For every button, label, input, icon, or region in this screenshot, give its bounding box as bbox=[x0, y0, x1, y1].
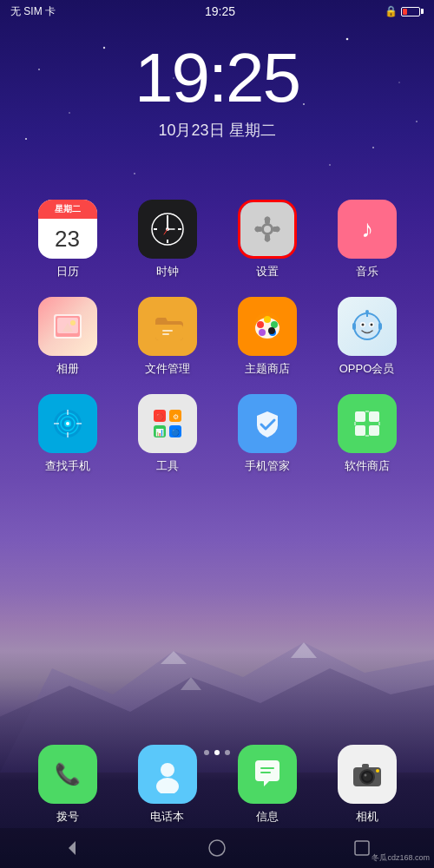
music-icon: ♪ bbox=[338, 200, 397, 259]
contacts-label: 电话本 bbox=[150, 809, 184, 825]
software-label: 软件商店 bbox=[345, 458, 390, 474]
contacts-icon bbox=[138, 745, 197, 804]
svg-point-98 bbox=[364, 774, 366, 777]
svg-point-91 bbox=[156, 778, 179, 793]
photos-icon bbox=[38, 297, 97, 356]
oppo-label: OPPO会员 bbox=[339, 361, 395, 377]
status-bar: 无 SIM 卡 19:25 🔒 bbox=[0, 0, 434, 23]
nav-bar bbox=[0, 828, 434, 868]
svg-rect-81 bbox=[355, 411, 365, 422]
svg-text:📊: 📊 bbox=[155, 428, 164, 437]
svg-rect-92 bbox=[260, 767, 274, 769]
svg-point-49 bbox=[264, 316, 271, 323]
svg-line-27 bbox=[164, 229, 168, 234]
home-button[interactable] bbox=[200, 835, 234, 861]
messages-label: 信息 bbox=[256, 809, 279, 825]
files-label: 文件管理 bbox=[145, 361, 190, 377]
calendar-weekday: 星期二 bbox=[38, 200, 97, 219]
svg-point-52 bbox=[259, 329, 266, 336]
svg-text:📞: 📞 bbox=[55, 761, 81, 786]
settings-icon bbox=[238, 200, 297, 259]
svg-point-58 bbox=[361, 324, 364, 326]
svg-rect-99 bbox=[362, 764, 369, 768]
app-oppo[interactable]: OPPO会员 bbox=[328, 297, 406, 377]
app-clock[interactable]: 时钟 bbox=[128, 200, 207, 279]
svg-rect-93 bbox=[260, 772, 271, 773]
svg-point-68 bbox=[66, 422, 69, 425]
calendar-icon: 星期二 23 bbox=[38, 200, 97, 259]
app-row-3: 查找手机 🔴 ⚙ 📊 🔵 bbox=[17, 394, 417, 474]
svg-point-90 bbox=[161, 763, 174, 777]
svg-point-48 bbox=[257, 321, 264, 328]
tools-label: 工具 bbox=[156, 458, 179, 474]
app-row-2: 相册 文件管理 bbox=[17, 297, 417, 377]
svg-point-50 bbox=[271, 321, 278, 328]
svg-point-63 bbox=[365, 310, 369, 313]
camera-label: 相机 bbox=[356, 809, 378, 825]
signal-text: 无 SIM 卡 bbox=[10, 4, 56, 19]
dock-contacts[interactable]: 电话本 bbox=[128, 745, 207, 825]
svg-point-102 bbox=[209, 840, 225, 856]
svg-marker-101 bbox=[69, 841, 76, 855]
tools-icon: 🔴 ⚙ 📊 🔵 bbox=[138, 394, 197, 453]
app-find[interactable]: 查找手机 bbox=[29, 394, 107, 474]
battery-icon bbox=[401, 7, 424, 16]
clock-time: 19:25 bbox=[0, 43, 434, 113]
lock-icon: 🔒 bbox=[385, 5, 398, 17]
camera-icon bbox=[338, 745, 397, 804]
dock-row: 📞 拨号 电话本 bbox=[17, 745, 417, 825]
svg-rect-61 bbox=[378, 323, 382, 330]
status-time: 19:25 bbox=[205, 4, 235, 18]
dock-phone[interactable]: 📞 拨号 bbox=[29, 745, 107, 825]
svg-text:🔵: 🔵 bbox=[171, 428, 180, 437]
svg-text:⚙: ⚙ bbox=[172, 413, 178, 421]
manager-label: 手机管家 bbox=[245, 458, 290, 474]
svg-point-55 bbox=[355, 314, 379, 339]
watermark: 冬瓜cdz168.com bbox=[372, 852, 430, 864]
signal-area: 无 SIM 卡 bbox=[10, 4, 56, 19]
app-tools[interactable]: 🔴 ⚙ 📊 🔵 工具 bbox=[128, 394, 207, 474]
svg-point-29 bbox=[264, 226, 271, 233]
clock-area: 19:25 10月23日 星期二 bbox=[0, 43, 434, 141]
clock-icon bbox=[138, 200, 197, 259]
dock-messages[interactable]: 信息 bbox=[228, 745, 306, 825]
svg-text:🔴: 🔴 bbox=[155, 412, 164, 421]
clock-label: 时钟 bbox=[156, 264, 179, 279]
app-software[interactable]: 软件商店 bbox=[328, 394, 406, 474]
svg-rect-84 bbox=[369, 425, 379, 436]
app-manager[interactable]: 手机管家 bbox=[228, 394, 306, 474]
phone-label: 拨号 bbox=[56, 809, 79, 825]
svg-rect-83 bbox=[355, 425, 365, 436]
svg-point-100 bbox=[376, 769, 379, 773]
music-label: 音乐 bbox=[356, 264, 378, 279]
app-photos[interactable]: 相册 bbox=[29, 297, 107, 377]
app-grid: 星期二 23 日历 bbox=[0, 200, 434, 491]
messages-icon bbox=[238, 745, 297, 804]
app-music[interactable]: ♪ 音乐 bbox=[328, 200, 406, 279]
theme-label: 主题商店 bbox=[245, 361, 290, 377]
svg-rect-44 bbox=[162, 330, 173, 332]
phone-icon: 📞 bbox=[38, 745, 97, 804]
app-calendar[interactable]: 星期二 23 日历 bbox=[29, 200, 107, 279]
find-icon bbox=[38, 394, 97, 453]
app-settings[interactable]: 设置 bbox=[228, 200, 306, 279]
svg-rect-82 bbox=[369, 411, 379, 422]
calendar-label: 日历 bbox=[56, 264, 79, 279]
svg-point-53 bbox=[268, 327, 275, 334]
app-row-1: 星期二 23 日历 bbox=[17, 200, 417, 279]
software-icon bbox=[338, 394, 397, 453]
files-icon bbox=[138, 297, 197, 356]
app-theme[interactable]: 主题商店 bbox=[228, 297, 306, 377]
svg-point-43 bbox=[70, 320, 76, 326]
svg-point-97 bbox=[363, 773, 372, 781]
svg-rect-60 bbox=[352, 323, 356, 330]
dock-camera[interactable]: 相机 bbox=[328, 745, 406, 825]
settings-label: 设置 bbox=[256, 264, 279, 279]
back-button[interactable] bbox=[55, 835, 89, 861]
find-label: 查找手机 bbox=[45, 458, 90, 474]
app-files[interactable]: 文件管理 bbox=[128, 297, 207, 377]
photos-label: 相册 bbox=[56, 361, 79, 377]
svg-rect-103 bbox=[355, 841, 369, 855]
battery-area: 🔒 bbox=[385, 5, 424, 17]
clock-date: 10月23日 星期二 bbox=[0, 120, 434, 141]
